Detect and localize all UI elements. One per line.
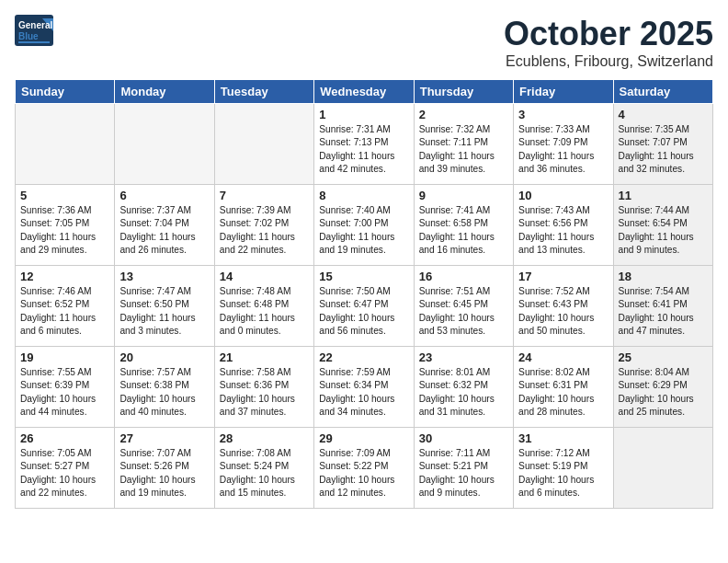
cell-content: Sunrise: 7:52 AM Sunset: 6:43 PM Dayligh… — [518, 285, 608, 338]
cell-content: Sunrise: 8:02 AM Sunset: 6:31 PM Dayligh… — [518, 366, 608, 419]
logo-icon: General Blue — [15, 15, 53, 46]
day-number: 1 — [319, 108, 408, 121]
day-number: 16 — [419, 270, 508, 283]
day-number: 12 — [20, 270, 109, 283]
calendar-cell: 25Sunrise: 8:04 AM Sunset: 6:29 PM Dayli… — [613, 347, 712, 428]
calendar-cell: 12Sunrise: 7:46 AM Sunset: 6:52 PM Dayli… — [16, 266, 115, 347]
calendar-cell: 22Sunrise: 7:59 AM Sunset: 6:34 PM Dayli… — [314, 347, 414, 428]
cell-content: Sunrise: 7:36 AM Sunset: 7:05 PM Dayligh… — [20, 204, 109, 257]
cell-content: Sunrise: 8:01 AM Sunset: 6:32 PM Dayligh… — [419, 366, 508, 419]
calendar-cell: 4Sunrise: 7:35 AM Sunset: 7:07 PM Daylig… — [613, 104, 712, 185]
calendar-week-row: 12Sunrise: 7:46 AM Sunset: 6:52 PM Dayli… — [16, 266, 713, 347]
day-number: 4 — [619, 108, 708, 121]
day-number: 2 — [419, 108, 508, 121]
calendar-cell: 1Sunrise: 7:31 AM Sunset: 7:13 PM Daylig… — [314, 104, 414, 185]
day-number: 25 — [619, 350, 708, 364]
calendar-cell: 28Sunrise: 7:08 AM Sunset: 5:24 PM Dayli… — [214, 428, 313, 509]
cell-content: Sunrise: 7:35 AM Sunset: 7:07 PM Dayligh… — [619, 123, 708, 176]
calendar-week-row: 5Sunrise: 7:36 AM Sunset: 7:05 PM Daylig… — [16, 185, 713, 266]
calendar-cell: 31Sunrise: 7:12 AM Sunset: 5:19 PM Dayli… — [514, 428, 613, 509]
cell-content: Sunrise: 7:32 AM Sunset: 7:11 PM Dayligh… — [419, 123, 508, 176]
calendar-cell: 13Sunrise: 7:47 AM Sunset: 6:50 PM Dayli… — [115, 266, 214, 347]
day-number: 10 — [518, 189, 608, 202]
day-number: 28 — [220, 431, 309, 445]
calendar-cell: 2Sunrise: 7:32 AM Sunset: 7:11 PM Daylig… — [414, 104, 513, 185]
day-number: 13 — [119, 270, 209, 283]
day-number: 3 — [518, 108, 608, 121]
cell-content: Sunrise: 7:12 AM Sunset: 5:19 PM Dayligh… — [518, 447, 608, 500]
calendar-cell: 26Sunrise: 7:05 AM Sunset: 5:27 PM Dayli… — [16, 428, 115, 509]
calendar-cell: 6Sunrise: 7:37 AM Sunset: 7:04 PM Daylig… — [115, 185, 214, 266]
cell-content: Sunrise: 7:41 AM Sunset: 6:58 PM Dayligh… — [419, 204, 508, 257]
calendar-cell: 10Sunrise: 7:43 AM Sunset: 6:56 PM Dayli… — [514, 185, 613, 266]
day-number: 26 — [20, 431, 109, 445]
day-header-monday: Monday — [115, 80, 214, 104]
cell-content: Sunrise: 7:33 AM Sunset: 7:09 PM Dayligh… — [518, 123, 608, 176]
day-number: 23 — [419, 350, 508, 364]
page-header: General Blue October 2025 Ecublens, Frib… — [15, 15, 713, 70]
calendar-header-row: SundayMondayTuesdayWednesdayThursdayFrid… — [16, 80, 713, 104]
cell-content: Sunrise: 7:08 AM Sunset: 5:24 PM Dayligh… — [220, 447, 309, 500]
calendar-cell: 7Sunrise: 7:39 AM Sunset: 7:02 PM Daylig… — [214, 185, 313, 266]
calendar-cell: 15Sunrise: 7:50 AM Sunset: 6:47 PM Dayli… — [314, 266, 414, 347]
svg-text:Blue: Blue — [18, 31, 39, 41]
day-number: 19 — [20, 350, 109, 364]
calendar-week-row: 1Sunrise: 7:31 AM Sunset: 7:13 PM Daylig… — [16, 104, 713, 185]
calendar-subtitle: Ecublens, Fribourg, Switzerland — [504, 53, 713, 70]
day-number: 15 — [319, 270, 408, 283]
day-number: 30 — [419, 431, 508, 445]
logo: General Blue — [15, 15, 53, 46]
cell-content: Sunrise: 7:50 AM Sunset: 6:47 PM Dayligh… — [319, 285, 408, 338]
day-number: 5 — [20, 189, 109, 202]
calendar-cell: 23Sunrise: 8:01 AM Sunset: 6:32 PM Dayli… — [414, 347, 513, 428]
cell-content: Sunrise: 7:31 AM Sunset: 7:13 PM Dayligh… — [319, 123, 408, 176]
title-block: October 2025 Ecublens, Fribourg, Switzer… — [504, 15, 713, 70]
calendar-cell: 9Sunrise: 7:41 AM Sunset: 6:58 PM Daylig… — [414, 185, 513, 266]
calendar-cell: 20Sunrise: 7:57 AM Sunset: 6:38 PM Dayli… — [115, 347, 214, 428]
day-number: 18 — [619, 270, 708, 283]
day-number: 20 — [119, 350, 209, 364]
calendar-cell: 19Sunrise: 7:55 AM Sunset: 6:39 PM Dayli… — [16, 347, 115, 428]
calendar-cell: 5Sunrise: 7:36 AM Sunset: 7:05 PM Daylig… — [16, 185, 115, 266]
cell-content: Sunrise: 7:07 AM Sunset: 5:26 PM Dayligh… — [119, 447, 209, 500]
cell-content: Sunrise: 7:43 AM Sunset: 6:56 PM Dayligh… — [518, 204, 608, 257]
calendar-cell: 29Sunrise: 7:09 AM Sunset: 5:22 PM Dayli… — [314, 428, 414, 509]
calendar-table: SundayMondayTuesdayWednesdayThursdayFrid… — [15, 79, 713, 509]
day-header-tuesday: Tuesday — [214, 80, 313, 104]
calendar-cell — [16, 104, 115, 185]
day-number: 9 — [419, 189, 508, 202]
cell-content: Sunrise: 7:46 AM Sunset: 6:52 PM Dayligh… — [20, 285, 109, 338]
calendar-cell: 3Sunrise: 7:33 AM Sunset: 7:09 PM Daylig… — [514, 104, 613, 185]
day-number: 17 — [518, 270, 608, 283]
calendar-cell: 17Sunrise: 7:52 AM Sunset: 6:43 PM Dayli… — [514, 266, 613, 347]
cell-content: Sunrise: 7:51 AM Sunset: 6:45 PM Dayligh… — [419, 285, 508, 338]
calendar-week-row: 26Sunrise: 7:05 AM Sunset: 5:27 PM Dayli… — [16, 428, 713, 509]
cell-content: Sunrise: 7:37 AM Sunset: 7:04 PM Dayligh… — [119, 204, 209, 257]
cell-content: Sunrise: 7:58 AM Sunset: 6:36 PM Dayligh… — [220, 366, 309, 419]
calendar-cell: 30Sunrise: 7:11 AM Sunset: 5:21 PM Dayli… — [414, 428, 513, 509]
cell-content: Sunrise: 7:05 AM Sunset: 5:27 PM Dayligh… — [20, 447, 109, 500]
calendar-cell: 27Sunrise: 7:07 AM Sunset: 5:26 PM Dayli… — [115, 428, 214, 509]
day-header-sunday: Sunday — [16, 80, 115, 104]
day-number: 24 — [518, 350, 608, 364]
cell-content: Sunrise: 7:11 AM Sunset: 5:21 PM Dayligh… — [419, 447, 508, 500]
calendar-cell — [115, 104, 214, 185]
calendar-cell — [214, 104, 313, 185]
calendar-cell: 8Sunrise: 7:40 AM Sunset: 7:00 PM Daylig… — [314, 185, 414, 266]
calendar-cell — [613, 428, 712, 509]
svg-text:General: General — [18, 20, 52, 30]
cell-content: Sunrise: 7:57 AM Sunset: 6:38 PM Dayligh… — [119, 366, 209, 419]
calendar-title: October 2025 — [504, 15, 713, 53]
calendar-body: 1Sunrise: 7:31 AM Sunset: 7:13 PM Daylig… — [16, 104, 713, 509]
calendar-cell: 21Sunrise: 7:58 AM Sunset: 6:36 PM Dayli… — [214, 347, 313, 428]
cell-content: Sunrise: 8:04 AM Sunset: 6:29 PM Dayligh… — [619, 366, 708, 419]
day-header-wednesday: Wednesday — [314, 80, 414, 104]
cell-content: Sunrise: 7:40 AM Sunset: 7:00 PM Dayligh… — [319, 204, 408, 257]
calendar-cell: 14Sunrise: 7:48 AM Sunset: 6:48 PM Dayli… — [214, 266, 313, 347]
day-number: 11 — [619, 189, 708, 202]
cell-content: Sunrise: 7:54 AM Sunset: 6:41 PM Dayligh… — [619, 285, 708, 338]
day-number: 6 — [119, 189, 209, 202]
calendar-cell: 11Sunrise: 7:44 AM Sunset: 6:54 PM Dayli… — [613, 185, 712, 266]
day-number: 29 — [319, 431, 408, 445]
cell-content: Sunrise: 7:55 AM Sunset: 6:39 PM Dayligh… — [20, 366, 109, 419]
